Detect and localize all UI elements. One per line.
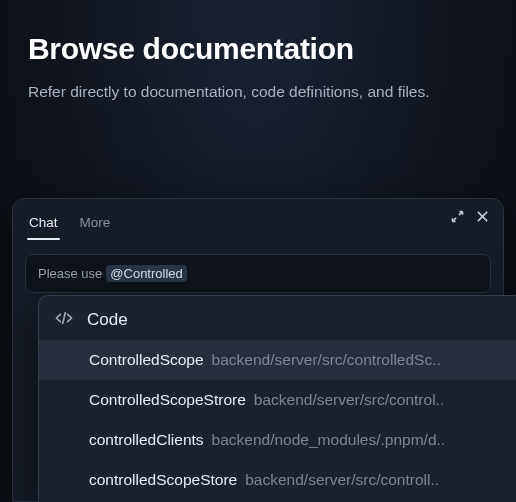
result-path: backend/server/src/controll.. (245, 471, 439, 489)
result-name: ControlledScope (89, 351, 204, 369)
result-list: ControlledScope backend/server/src/contr… (39, 340, 516, 500)
page-subtitle: Refer directly to documentation, code de… (28, 80, 468, 104)
dropdown-section-label: Code (87, 310, 128, 330)
input-prefix-text: Please use (38, 266, 102, 281)
autocomplete-dropdown: Code ControlledScope backend/server/src/… (38, 295, 516, 502)
close-icon[interactable] (476, 210, 489, 223)
result-path: backend/server/src/control.. (254, 391, 444, 409)
tab-more[interactable]: More (78, 209, 113, 240)
tabs: Chat More (27, 209, 112, 240)
panel-actions (451, 210, 489, 223)
result-name: ControlledScopeStrore (89, 391, 246, 409)
page-title: Browse documentation (28, 32, 488, 66)
result-item[interactable]: controlledClients backend/node_modules/.… (39, 420, 516, 460)
result-item[interactable]: ControlledScopeStrore backend/server/src… (39, 380, 516, 420)
panel-header: Chat More (13, 199, 503, 240)
result-item[interactable]: ControlledScope backend/server/src/contr… (39, 340, 516, 380)
result-path: backend/node_modules/.pnpm/d.. (212, 431, 446, 449)
tab-chat[interactable]: Chat (27, 209, 60, 240)
result-path: backend/server/src/controlledSc.. (212, 351, 441, 369)
code-icon (55, 311, 73, 329)
result-item[interactable]: controlledScopeStore backend/server/src/… (39, 460, 516, 500)
dropdown-section-header: Code (39, 296, 516, 340)
chat-input[interactable]: Please use @Controlled (25, 254, 491, 293)
expand-icon[interactable] (451, 210, 464, 223)
mention-token[interactable]: @Controlled (106, 265, 186, 282)
result-name: controlledClients (89, 431, 204, 449)
result-name: controlledScopeStore (89, 471, 237, 489)
